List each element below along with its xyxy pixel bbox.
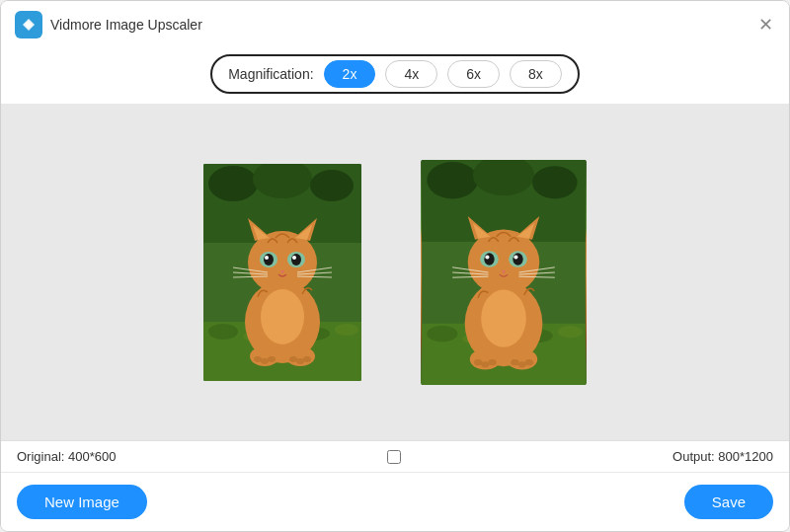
svg-point-57 [484, 253, 494, 265]
output-image [421, 160, 587, 385]
original-image-panel [203, 164, 361, 381]
compare-checkbox[interactable] [387, 450, 401, 464]
output-dimensions: Output: 800*1200 [672, 449, 773, 464]
svg-point-5 [310, 170, 354, 201]
svg-point-35 [289, 356, 297, 362]
svg-point-20 [291, 254, 301, 266]
title-bar: Vidmore Image Upscaler ✕ [1, 1, 789, 46]
svg-point-12 [248, 231, 317, 294]
svg-point-19 [264, 254, 274, 266]
svg-point-38 [261, 289, 304, 344]
svg-point-75 [525, 359, 533, 365]
title-left: Vidmore Image Upscaler [15, 11, 202, 38]
app-icon [15, 11, 42, 38]
svg-point-71 [481, 361, 489, 367]
app-title: Vidmore Image Upscaler [50, 17, 202, 33]
svg-point-43 [532, 166, 578, 198]
svg-point-74 [518, 361, 526, 367]
image-area [1, 104, 789, 440]
svg-point-32 [254, 356, 262, 362]
mag-2x-button[interactable]: 2x [324, 60, 376, 88]
svg-point-50 [468, 229, 540, 294]
svg-point-72 [488, 359, 496, 365]
svg-point-45 [427, 325, 457, 342]
svg-point-34 [268, 356, 276, 362]
magnification-oval: Magnification: 2x 4x 6x 8x [210, 54, 580, 94]
original-image [203, 164, 361, 381]
svg-point-0 [26, 22, 32, 28]
mag-6x-button[interactable]: 6x [447, 60, 500, 88]
svg-point-41 [427, 162, 478, 198]
svg-point-60 [514, 255, 517, 259]
save-button[interactable]: Save [684, 485, 773, 519]
svg-point-76 [481, 289, 526, 346]
app-window: Vidmore Image Upscaler ✕ Magnification: … [0, 0, 790, 532]
svg-point-3 [208, 166, 258, 201]
output-image-panel [421, 160, 587, 385]
original-dimensions: Original: 400*600 [17, 449, 116, 464]
svg-point-21 [265, 256, 269, 260]
bottom-bar: New Image Save [1, 472, 789, 531]
svg-point-10 [335, 324, 358, 336]
magnification-label: Magnification: [228, 66, 313, 82]
status-bar: Original: 400*600 Output: 800*1200 [1, 440, 789, 472]
svg-point-33 [261, 358, 269, 364]
magnification-bar: Magnification: 2x 4x 6x 8x [1, 46, 789, 104]
mag-4x-button[interactable]: 4x [385, 60, 437, 88]
svg-point-7 [208, 324, 238, 340]
close-button[interactable]: ✕ [755, 15, 775, 35]
mag-8x-button[interactable]: 8x [510, 60, 562, 88]
svg-point-58 [513, 253, 522, 265]
svg-point-70 [474, 359, 482, 365]
new-image-button[interactable]: New Image [17, 485, 147, 519]
svg-point-22 [292, 256, 296, 260]
svg-point-59 [485, 255, 489, 259]
svg-point-73 [511, 359, 518, 365]
svg-point-37 [303, 356, 311, 362]
svg-point-36 [296, 358, 304, 364]
svg-point-48 [558, 325, 583, 337]
